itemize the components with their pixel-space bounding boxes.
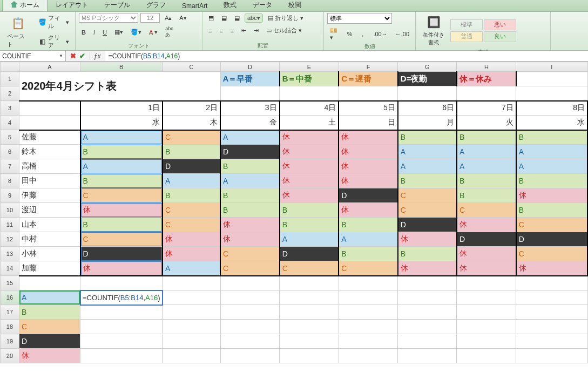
shift-cell[interactable]: C bbox=[163, 218, 220, 232]
shift-cell[interactable]: B bbox=[398, 130, 457, 145]
row-header-3[interactable]: 3 bbox=[1, 101, 19, 116]
align-left-button[interactable]: ≡ bbox=[206, 26, 214, 35]
shift-cell[interactable]: A bbox=[80, 159, 163, 174]
shift-cell[interactable]: 休 bbox=[220, 232, 280, 247]
row-header-1[interactable]: 1 bbox=[1, 72, 19, 86]
shift-cell[interactable]: A bbox=[80, 130, 163, 145]
shift-cell[interactable]: B bbox=[80, 145, 163, 159]
indent-dec-button[interactable]: ⇤ bbox=[239, 26, 249, 35]
fill-color-button[interactable]: 🪣▾ bbox=[128, 28, 144, 37]
shift-cell[interactable]: A bbox=[163, 261, 220, 276]
shift-cell[interactable]: B bbox=[398, 174, 457, 188]
tab-layout[interactable]: レイアウト bbox=[48, 0, 96, 11]
row-header-13[interactable]: 13 bbox=[1, 247, 19, 261]
shift-cell[interactable]: A bbox=[457, 145, 516, 159]
shift-cell[interactable]: B bbox=[220, 203, 280, 218]
shift-cell[interactable]: B bbox=[280, 218, 339, 232]
shift-cell[interactable]: 休 bbox=[398, 261, 457, 276]
summary-label[interactable]: D bbox=[19, 334, 80, 349]
decrease-decimal-button[interactable]: ←.00 bbox=[393, 30, 412, 38]
shift-cell[interactable]: D bbox=[80, 247, 163, 261]
font-size-input[interactable] bbox=[140, 13, 160, 23]
col-header-B[interactable]: B bbox=[80, 62, 163, 72]
italic-button[interactable]: I bbox=[91, 28, 98, 37]
shift-cell[interactable]: B bbox=[163, 145, 220, 159]
tab-formula[interactable]: 数式 bbox=[215, 0, 245, 11]
tab-review[interactable]: 校閲 bbox=[280, 0, 309, 11]
summary-label[interactable]: 休 bbox=[19, 349, 80, 363]
shift-cell[interactable]: B bbox=[339, 218, 398, 232]
shift-cell[interactable]: B bbox=[457, 174, 516, 188]
shift-cell[interactable]: 休 bbox=[516, 261, 587, 276]
grow-font-button[interactable]: A▴ bbox=[162, 13, 174, 23]
col-header-G[interactable]: G bbox=[398, 62, 457, 72]
shift-cell[interactable]: C bbox=[163, 130, 220, 145]
conditional-format-button[interactable]: 🔲 条件付き 書式 bbox=[419, 13, 448, 48]
shift-cell[interactable]: B bbox=[398, 247, 457, 261]
shift-cell[interactable]: A bbox=[516, 159, 587, 174]
shift-cell[interactable]: D bbox=[339, 188, 398, 203]
tab-smartart[interactable]: SmartArt bbox=[174, 0, 215, 11]
shift-cell[interactable]: A bbox=[339, 232, 398, 247]
align-middle-button[interactable]: ⬓ bbox=[219, 13, 229, 23]
shift-cell[interactable]: 休 bbox=[339, 174, 398, 188]
row-header-2[interactable]: 2 bbox=[1, 86, 19, 101]
font-color-button[interactable]: A▾ bbox=[146, 28, 160, 37]
shift-cell[interactable]: 休 bbox=[339, 203, 398, 218]
shift-cell[interactable]: A bbox=[280, 232, 339, 247]
summary-label[interactable]: A bbox=[19, 290, 80, 305]
shift-cell[interactable]: 休 bbox=[280, 174, 339, 188]
row-header-15[interactable]: 15 bbox=[1, 276, 19, 290]
shift-cell[interactable]: 休 bbox=[516, 188, 587, 203]
summary-label[interactable]: B bbox=[19, 305, 80, 320]
fx-icon[interactable]: ƒx bbox=[90, 52, 101, 60]
row-header-11[interactable]: 11 bbox=[1, 218, 19, 232]
align-bottom-button[interactable]: ⬓ bbox=[232, 13, 242, 23]
tab-table[interactable]: テーブル bbox=[96, 0, 138, 11]
shift-cell[interactable]: B bbox=[80, 218, 163, 232]
row-header-17[interactable]: 17 bbox=[1, 305, 19, 320]
align-right-button[interactable]: ≡ bbox=[228, 26, 236, 35]
cell-styles-gallery[interactable]: 標準 悪い 普通 良い bbox=[450, 19, 516, 42]
shift-cell[interactable]: C bbox=[80, 232, 163, 247]
col-header-E[interactable]: E bbox=[280, 62, 339, 72]
summary-label[interactable]: C bbox=[19, 320, 80, 334]
shift-cell[interactable]: B bbox=[280, 203, 339, 218]
shift-cell[interactable]: B bbox=[516, 203, 587, 218]
col-header-D[interactable]: D bbox=[220, 62, 280, 72]
shift-cell[interactable]: 休 bbox=[398, 232, 457, 247]
shift-cell[interactable]: 休 bbox=[80, 203, 163, 218]
col-header-F[interactable]: F bbox=[339, 62, 398, 72]
wrap-text-button[interactable]: ▤ 折り返し ▾ bbox=[265, 13, 306, 23]
shift-cell[interactable]: B bbox=[516, 174, 587, 188]
shift-cell[interactable]: D bbox=[220, 145, 280, 159]
col-header-A[interactable]: A bbox=[19, 62, 80, 72]
indent-inc-button[interactable]: ⇥ bbox=[251, 26, 261, 35]
underline-button[interactable]: U bbox=[100, 28, 110, 37]
col-header-C[interactable]: C bbox=[163, 62, 220, 72]
shift-cell[interactable]: A bbox=[398, 159, 457, 174]
formula-input[interactable]: =COUNTIF(B5:B14,A16) bbox=[105, 51, 588, 61]
shift-cell[interactable]: B bbox=[220, 188, 280, 203]
shift-cell[interactable]: A bbox=[398, 145, 457, 159]
shift-cell[interactable]: D bbox=[163, 159, 220, 174]
shift-cell[interactable]: C bbox=[457, 203, 516, 218]
shift-cell[interactable]: D bbox=[457, 232, 516, 247]
shrink-font-button[interactable]: A▾ bbox=[177, 13, 189, 23]
shift-cell[interactable]: C bbox=[516, 247, 587, 261]
shift-cell[interactable]: B bbox=[339, 247, 398, 261]
shift-cell[interactable]: C bbox=[398, 203, 457, 218]
shift-cell[interactable]: 休 bbox=[163, 232, 220, 247]
phonetic-button[interactable]: abcあ bbox=[163, 25, 176, 39]
shift-cell[interactable]: 休 bbox=[339, 159, 398, 174]
shift-cell[interactable]: B bbox=[80, 174, 163, 188]
clear-button[interactable]: ◧クリア ▾ bbox=[36, 32, 72, 51]
shift-cell[interactable]: A bbox=[220, 174, 280, 188]
font-name-select[interactable]: MS Pゴシック bbox=[79, 13, 138, 23]
col-header-H[interactable]: H bbox=[457, 62, 516, 72]
shift-cell[interactable]: A bbox=[516, 145, 587, 159]
align-top-button[interactable]: ⬒ bbox=[206, 13, 217, 23]
shift-cell[interactable]: B bbox=[163, 188, 220, 203]
cancel-formula-button[interactable]: ✖ bbox=[70, 52, 76, 60]
shift-cell[interactable]: A bbox=[163, 174, 220, 188]
